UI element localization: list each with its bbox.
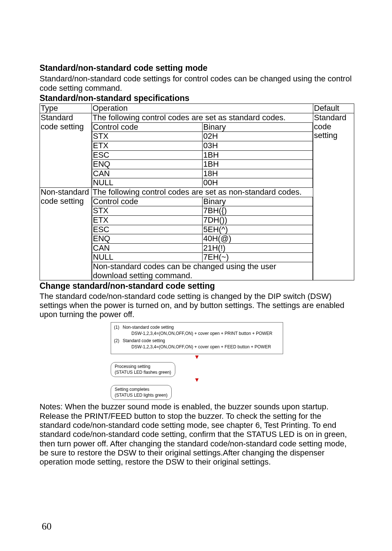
default-standard: Standard code setting [313,113,354,280]
cell: ESC [92,225,203,234]
setting-flow-figure: (1) Non-standard code setting DSW-1,2,3,… [111,322,283,400]
cell: NULL [92,178,203,187]
sub-head-code: Control code [92,122,203,132]
op-intro-nonstandard: The following control codes are set as n… [92,188,313,197]
heading-mode: Standard/non-standard code setting mode [40,63,354,73]
heading-specs: Standard/non-standard specifications [40,93,354,103]
cell: 40H(@) [203,234,313,244]
step-num-1: (1) [114,325,123,331]
arrow-down-icon: ▼ [111,354,283,360]
standard-codes-table: Control codeBinary STX02H ETX03H ESC1BH … [92,122,313,187]
cell: 7EH(~) [203,253,313,262]
cell: ENQ [92,234,203,244]
step-detail-2: DSW-1,2,3,4=(ON,ON,OFF,ON) + cover open … [131,344,280,350]
cell: 7BH({) [203,206,313,216]
nonstandard-note: Non-standard codes can be changed using … [92,262,313,280]
cell: 7DH()) [203,215,313,225]
heading-change: Change standard/non-standard code settin… [40,281,354,291]
cell: ETX [92,141,203,150]
col-head-type: Type [40,104,92,113]
sub-head-binary: Binary [203,197,313,206]
cell: 00H [203,178,313,187]
cell: 03H [203,141,313,150]
intro-paragraph: Standard/non-standard code settings for … [40,74,354,93]
specifications-table: Type Operation Default Standard code set… [40,104,354,280]
cell: STX [92,132,203,141]
cell: 1BH [203,150,313,160]
cell: 5EH(^) [203,225,313,234]
notes-paragraph: Notes: When the buzzer sound mode is ena… [40,402,354,466]
cell: ENQ [92,160,203,169]
cell: 18H [203,169,313,178]
step-title-1: Non-standard code setting [123,325,280,331]
cell: 02H [203,132,313,141]
page-number: 60 [42,521,52,532]
cell: STX [92,206,203,216]
nonstandard-codes-table: Control codeBinary STX7BH({) ETX7DH()) E… [92,197,313,280]
cell: 1BH [203,160,313,169]
step-title-2: Standard code setting [123,338,280,344]
arrow-down-icon: ▼ [111,377,283,383]
sub-head-binary: Binary [203,122,313,132]
step-detail-1: DSW-1,2,3,4=(ON,ON,OFF,ON) + cover open … [131,331,280,337]
type-nonstandard: Non-standard code setting [40,188,92,280]
col-head-default: Default [313,104,354,113]
processing-bubble: Processing setting (STATUS LED flashes g… [111,362,175,377]
op-intro-standard: The following control codes are set as s… [92,113,313,122]
col-head-operation: Operation [92,104,313,113]
complete-bubble: Setting completes (STATUS LED lights gre… [111,385,172,400]
sub-head-code: Control code [92,197,203,206]
cell: CAN [92,243,203,253]
cell: CAN [92,169,203,178]
type-standard: Standard code setting [40,113,92,188]
step-num-2: (2) [114,338,123,344]
cell: 21H(!) [203,243,313,253]
change-paragraph: The standard code/non-standard code sett… [40,292,354,319]
document-page: Standard/non-standard code setting mode … [0,0,392,551]
cell: NULL [92,253,203,262]
cell: ESC [92,150,203,160]
cell: ETX [92,215,203,225]
